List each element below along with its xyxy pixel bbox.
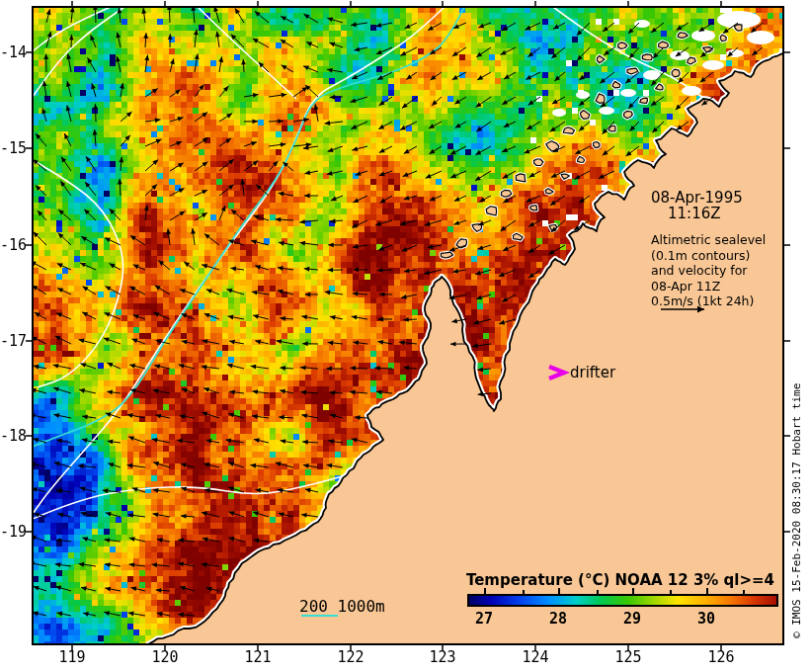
colorbar-tick-label: 28 (541, 610, 575, 628)
colorbar-tick (706, 588, 708, 594)
colorbar-tick (484, 588, 486, 594)
altimetric-line: and velocity for (651, 263, 766, 279)
datetime-annotation-line2: 11:16Z (668, 205, 721, 222)
y-axis-tick-label: -15 (0, 139, 27, 157)
colorbar-tick (632, 588, 634, 594)
colorbar-tick-label: 27 (467, 610, 501, 628)
x-axis-tick-label: 121 (236, 648, 280, 666)
y-axis-tick-label: -17 (0, 332, 27, 350)
temperature-colorbar (467, 594, 778, 607)
colorbar-minor-tick (743, 590, 745, 594)
colorbar-title: Temperature (°C) NOAA 12 3% ql>=4 (457, 571, 783, 589)
colorbar-tick-label: 29 (615, 610, 649, 628)
y-axis-tick-label: -19 (0, 523, 27, 541)
depth-contour-legend-label: 200 1000m (299, 597, 385, 616)
colorbar-tick-label: 30 (689, 610, 723, 628)
colorbar-minor-tick (670, 590, 672, 594)
y-axis-tick-label: -18 (0, 427, 27, 445)
y-axis-tick-label: -14 (0, 43, 27, 61)
depth-contour-legend-line (301, 615, 338, 617)
altimetric-annotation: Altimetric sealevel (0.1m contours) and … (651, 232, 766, 309)
altimetric-line: 0.5m/s (1kt 24h) (651, 294, 766, 309)
x-axis-tick-label: 122 (329, 648, 372, 666)
altimetric-line: 08-Apr 11Z (651, 279, 766, 294)
x-axis-tick-label: 125 (607, 648, 650, 666)
copyright-text: © IMOS 15-Feb-2020 08:30:17 Hobart time (790, 383, 803, 638)
x-axis-tick-label: 126 (699, 648, 743, 666)
altimetric-line: (0.1m contours) (651, 248, 766, 264)
y-axis-tick-label: -16 (0, 236, 27, 254)
colorbar-minor-tick (597, 590, 599, 594)
colorbar-minor-tick (523, 590, 525, 594)
x-axis-tick-label: 120 (143, 648, 187, 666)
drifter-label: drifter (570, 364, 615, 381)
sst-map-figure: 08-Apr-1995 11:16Z Altimetric sealevel (… (0, 0, 810, 672)
colorbar-tick (558, 588, 560, 594)
x-axis-tick-label: 119 (50, 648, 94, 666)
x-axis-tick-label: 123 (421, 648, 464, 666)
altimetric-line: Altimetric sealevel (651, 232, 766, 248)
x-axis-tick-label: 124 (514, 648, 557, 666)
